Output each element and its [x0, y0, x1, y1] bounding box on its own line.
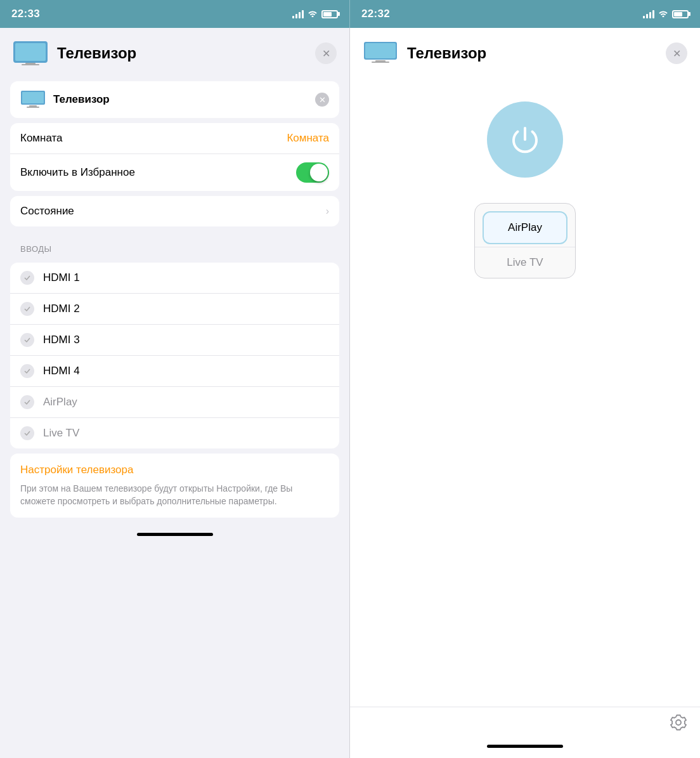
- bottom-bar: [350, 707, 700, 742]
- svg-rect-12: [372, 62, 389, 63]
- input-label-livetv: Live TV: [43, 427, 79, 440]
- svg-rect-10: [365, 43, 396, 58]
- input-option-livetv[interactable]: Live TV: [475, 247, 575, 278]
- chevron-icon: ›: [326, 206, 329, 217]
- time-right: 22:32: [361, 8, 390, 20]
- check-icon-livetv: [20, 426, 34, 440]
- status-icons-right: [643, 9, 689, 19]
- battery-icon-right: [672, 10, 689, 18]
- device-remove-button[interactable]: ✕: [315, 93, 329, 107]
- status-icons-left: [292, 9, 338, 19]
- input-livetv[interactable]: Live TV: [10, 417, 339, 448]
- tv-settings-title[interactable]: Настройки телевизора: [20, 464, 329, 476]
- room-value: Комната: [287, 132, 329, 145]
- check-icon-hdmi3: [20, 333, 34, 347]
- input-option-airplay[interactable]: AirPlay: [483, 211, 567, 244]
- input-label-hdmi4: HDMI 4: [43, 365, 80, 377]
- room-label: Комната: [20, 132, 287, 145]
- right-panel-title: Телевизор: [407, 44, 666, 62]
- time-left: 22:33: [11, 8, 40, 20]
- status-bar: 22:33 22:32: [0, 0, 700, 28]
- inputs-section-header: ВВОДЫ: [0, 232, 349, 258]
- svg-rect-6: [22, 92, 44, 103]
- left-panel-title: Телевизор: [57, 44, 315, 62]
- input-label-hdmi1: HDMI 1: [43, 271, 80, 284]
- power-button[interactable]: [487, 101, 563, 178]
- favorite-label: Включить в Избранное: [20, 166, 296, 179]
- status-label: Состояние: [20, 205, 326, 218]
- input-hdmi1[interactable]: HDMI 1: [10, 263, 339, 293]
- battery-icon-left: [321, 10, 338, 18]
- status-row[interactable]: Состояние ›: [10, 196, 339, 226]
- input-hdmi2[interactable]: HDMI 2: [10, 293, 339, 324]
- check-icon-hdmi1: [20, 271, 34, 285]
- toggle-thumb: [310, 164, 328, 181]
- home-indicator-right: [487, 745, 563, 748]
- input-airplay[interactable]: AirPlay: [10, 386, 339, 417]
- main-content: Телевизор ✕ Телевизор ✕: [0, 28, 700, 758]
- input-selector: AirPlay Live TV: [474, 203, 576, 278]
- right-header: Телевизор ✕: [350, 28, 700, 76]
- status-card[interactable]: Состояние ›: [10, 196, 339, 226]
- signal-icon-right: [643, 10, 654, 18]
- check-icon-hdmi4: [20, 364, 34, 378]
- svg-rect-2: [15, 43, 46, 61]
- favorite-toggle[interactable]: [296, 162, 329, 183]
- tv-icon-right-header: [363, 41, 398, 66]
- status-bar-left: 22:33: [0, 0, 350, 28]
- left-panel: Телевизор ✕ Телевизор ✕: [0, 28, 350, 758]
- settings-card: Комната Комната Включить в Избранное: [10, 123, 339, 191]
- left-header: Телевизор ✕: [0, 28, 349, 76]
- input-label-hdmi2: HDMI 2: [43, 303, 80, 315]
- right-close-button[interactable]: ✕: [666, 42, 687, 64]
- power-icon: [509, 123, 541, 156]
- svg-rect-4: [22, 64, 39, 65]
- input-hdmi4[interactable]: HDMI 4: [10, 355, 339, 386]
- tv-icon-device-card: [20, 90, 46, 109]
- status-bar-right: 22:32: [350, 0, 700, 28]
- favorite-row: Включить в Избранное: [10, 154, 339, 191]
- right-panel: Телевизор ✕ AirPlay: [350, 28, 700, 758]
- input-label-airplay: AirPlay: [43, 396, 77, 408]
- signal-icon-left: [292, 10, 304, 18]
- tv-settings-card[interactable]: Настройки телевизора При этом на Вашем т…: [10, 454, 339, 518]
- right-content: AirPlay Live TV: [350, 76, 700, 707]
- check-icon-hdmi2: [20, 302, 34, 316]
- room-row[interactable]: Комната Комната: [10, 123, 339, 154]
- check-icon-airplay: [20, 395, 34, 409]
- settings-button[interactable]: [670, 714, 687, 736]
- input-label-hdmi3: HDMI 3: [43, 334, 80, 346]
- tv-icon-left-header: [13, 41, 48, 66]
- input-hdmi3[interactable]: HDMI 3: [10, 324, 339, 355]
- wifi-icon-right: [658, 9, 668, 19]
- device-name: Телевизор: [53, 93, 315, 106]
- device-row: Телевизор ✕: [10, 81, 339, 118]
- left-close-button[interactable]: ✕: [315, 42, 337, 64]
- home-indicator-left: [137, 533, 213, 536]
- inputs-card: HDMI 1 HDMI 2 HDMI 3 HDMI 4: [10, 263, 339, 448]
- gear-icon: [670, 714, 687, 731]
- tv-settings-desc: При этом на Вашем телевизоре будут откры…: [20, 483, 329, 507]
- device-card: Телевизор ✕: [10, 81, 339, 118]
- svg-rect-8: [27, 107, 39, 108]
- wifi-icon-left: [308, 9, 318, 19]
